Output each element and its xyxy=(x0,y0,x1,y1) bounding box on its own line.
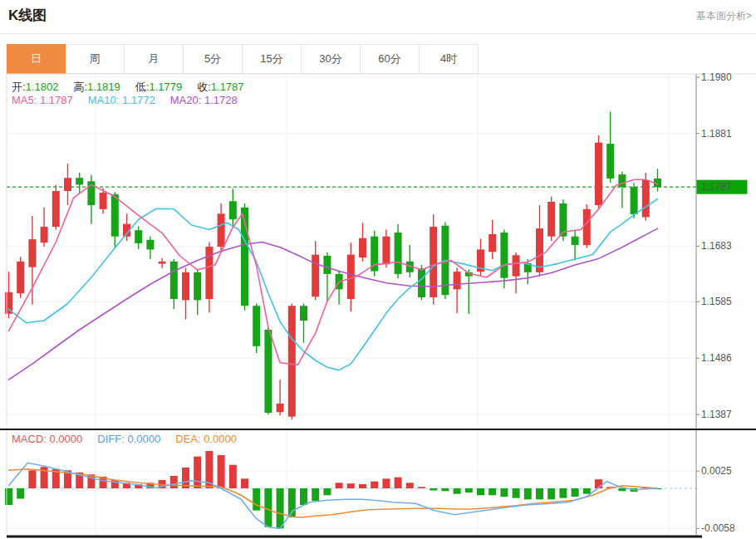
candlestick xyxy=(300,306,307,321)
candlestick xyxy=(536,228,543,272)
macd-legend: MACD: 0.0000 DIFF: 0.0000 DEA: 0.0000 xyxy=(12,433,252,445)
macd-bar xyxy=(418,487,425,488)
candlestick xyxy=(28,239,36,267)
low-value: 低:1.1779 xyxy=(135,80,182,95)
candlestick xyxy=(572,237,579,245)
candlestick xyxy=(595,143,602,205)
high-value: 高:1.1819 xyxy=(73,80,120,95)
candlestick xyxy=(382,237,390,265)
macd-value: MACD: 0.0000 xyxy=(12,433,82,445)
ma20-value: MA20: 1.1728 xyxy=(170,94,238,106)
macd-bar xyxy=(17,488,24,498)
macd-axis-label: 0.0025 xyxy=(701,465,732,477)
macd-bar xyxy=(536,488,543,499)
candlestick xyxy=(359,238,366,257)
candlestick xyxy=(253,306,260,346)
macd-bar xyxy=(477,488,484,495)
macd-bar xyxy=(5,488,12,505)
macd-axis-label: -0.0058 xyxy=(701,522,735,534)
candlestick xyxy=(170,262,178,299)
open-value: 开:1.1802 xyxy=(12,80,58,95)
candlestick xyxy=(264,330,272,413)
candlestick xyxy=(606,144,614,179)
macd-bar xyxy=(500,488,508,497)
macd-bar xyxy=(336,483,343,488)
macd-bar xyxy=(583,488,591,494)
candlestick xyxy=(64,178,71,191)
price-axis-label: 1.1980 xyxy=(701,71,732,83)
ma-legend: MA5: 1.1787 MA10: 1.1772 MA20: 1.1728 xyxy=(12,94,253,106)
macd-bar xyxy=(406,483,414,488)
candlestick xyxy=(547,202,555,237)
price-axis-label: 1.1585 xyxy=(701,296,732,307)
candlestick xyxy=(159,262,166,264)
ma20-line xyxy=(9,228,658,380)
close-value: 收:1.1787 xyxy=(197,80,243,95)
candlestick xyxy=(513,255,520,276)
dea-value: DEA: 0.0000 xyxy=(175,433,237,445)
macd-bar xyxy=(454,488,461,494)
candlestick xyxy=(277,404,284,412)
candlestick xyxy=(618,174,626,187)
ma10-value: MA10: 1.1772 xyxy=(88,94,155,106)
candlestick xyxy=(135,230,142,243)
candlestick xyxy=(52,191,60,227)
macd-bar xyxy=(382,478,390,488)
candlestick xyxy=(229,201,237,219)
macd-bar xyxy=(359,484,366,488)
macd-bar xyxy=(513,488,520,498)
ohlc-legend: 开:1.1802 高:1.1819 低:1.1779 收:1.1787 xyxy=(12,80,259,95)
macd-bar xyxy=(323,488,331,495)
candlestick xyxy=(631,187,638,214)
candlestick xyxy=(194,272,201,301)
macd-bar xyxy=(441,488,449,491)
candlestick xyxy=(288,306,296,417)
macd-bar xyxy=(28,470,36,488)
candlestick xyxy=(642,180,650,218)
price-axis-label: 1.1683 xyxy=(701,240,732,252)
candlestick xyxy=(312,255,319,297)
macd-bar xyxy=(264,488,272,527)
macd-bar xyxy=(300,488,307,505)
macd-bar xyxy=(253,488,260,511)
macd-bar xyxy=(524,488,532,499)
price-axis-label: 1.1881 xyxy=(701,128,732,140)
candlestick xyxy=(323,256,331,274)
candlestick xyxy=(488,234,496,252)
macd-bar xyxy=(572,488,579,497)
ma5-value: MA5: 1.1787 xyxy=(12,94,73,106)
macd-bar xyxy=(488,488,496,495)
candlestick xyxy=(218,213,225,247)
candlestick xyxy=(100,193,107,209)
macd-bar xyxy=(218,455,225,488)
price-axis-label: 1.1387 xyxy=(701,409,732,420)
macd-bar xyxy=(241,478,248,488)
diff-value: DIFF: 0.0000 xyxy=(97,433,160,445)
price-axis-label: 1.1486 xyxy=(701,352,732,364)
candlestick xyxy=(146,240,154,250)
candlestick xyxy=(454,272,461,289)
candlestick xyxy=(182,272,189,301)
macd-bar xyxy=(170,476,178,488)
macd-bar xyxy=(559,488,567,498)
macd-bar xyxy=(347,483,355,488)
macd-bar xyxy=(194,457,201,488)
macd-bar xyxy=(277,488,284,528)
macd-bar xyxy=(312,488,319,501)
candlestick xyxy=(500,233,508,278)
candlestick xyxy=(111,194,119,237)
macd-bar xyxy=(618,488,626,491)
candlestick xyxy=(76,178,83,184)
macd-bar xyxy=(229,465,237,488)
candlestick xyxy=(418,268,425,297)
macd-bar xyxy=(547,488,555,499)
candlestick xyxy=(41,227,48,243)
macd-bar xyxy=(465,488,473,492)
candlestick xyxy=(17,262,24,293)
current-price-badge-label: 1.1787 xyxy=(701,181,732,193)
candlestick xyxy=(583,209,591,245)
macd-bar xyxy=(395,478,402,488)
macd-bar xyxy=(371,482,378,488)
macd-bar xyxy=(430,488,437,490)
candlestick xyxy=(395,233,402,274)
